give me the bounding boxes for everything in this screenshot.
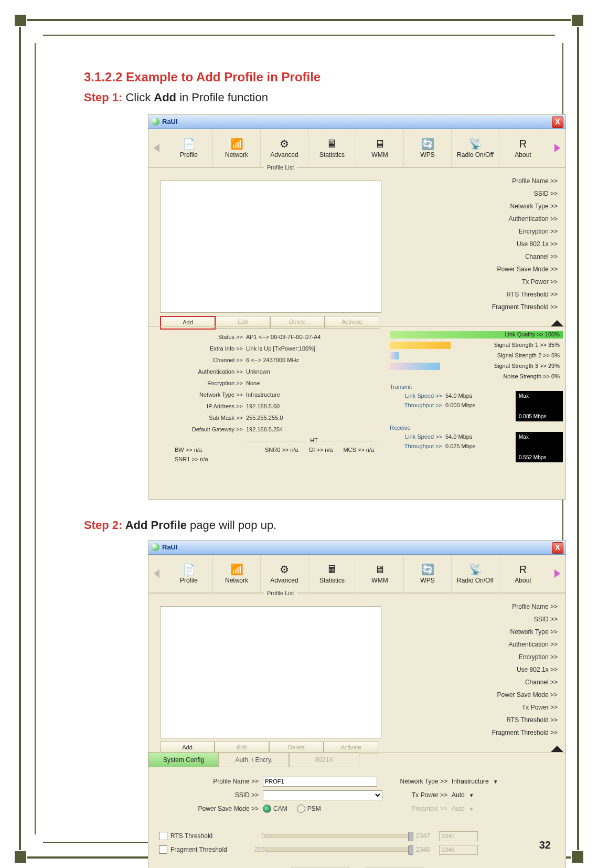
advanced-icon: ⚙ xyxy=(277,563,292,576)
tx-power-select[interactable]: Auto▼ xyxy=(452,791,517,799)
toolbar-network[interactable]: 📶Network xyxy=(213,129,261,167)
step2-bold: Add Profile xyxy=(122,518,187,532)
window-title: RaUI xyxy=(162,543,178,551)
app-icon xyxy=(152,543,159,551)
rts-min: 0 xyxy=(244,832,265,840)
toolbar-network[interactable]: 📶Network xyxy=(213,555,261,592)
status-row: Default Gateway >>192.168.5.254 xyxy=(154,424,379,435)
main-toolbar: 📄Profile📶Network⚙Advanced🖩Statistics🖥WMM… xyxy=(148,555,565,593)
profile-info-label: Encryption >> xyxy=(400,653,558,666)
tab-8021x[interactable]: 8021X xyxy=(289,753,359,767)
status-row: Extra Info >>Link is Up [TxPower:100%] xyxy=(154,343,379,354)
rts-value: 2347 xyxy=(439,831,478,841)
ssid-select[interactable] xyxy=(263,790,382,800)
fragment-slider[interactable] xyxy=(265,848,413,852)
fragment-checkbox[interactable] xyxy=(159,845,167,854)
tab-system-config[interactable]: System Config xyxy=(148,753,219,767)
toolbar-advanced[interactable]: ⚙Advanced xyxy=(261,555,308,592)
status-row: Sub Mask >>255.255.255.0 xyxy=(154,412,379,424)
toolbar-about[interactable]: RAbout xyxy=(499,555,547,592)
ssid-label: SSID >> xyxy=(159,791,263,799)
toolbar-radio-on-off[interactable]: 📡Radio On/Off xyxy=(452,129,499,167)
toolbar-about[interactable]: RAbout xyxy=(499,129,547,167)
toolbar-item-label: Profile xyxy=(180,577,198,584)
step2-line: Step 2: Add Profile page will pop up. xyxy=(84,518,276,532)
expand-up-icon[interactable] xyxy=(551,320,563,326)
toolbar-wps[interactable]: 🔄WPS xyxy=(404,555,452,592)
tab-auth-encry[interactable]: Auth. \ Encry. xyxy=(219,753,289,767)
toolbar-wps[interactable]: 🔄WPS xyxy=(404,129,452,167)
wmm-icon: 🖥 xyxy=(372,563,387,576)
profile-info-label: Network Type >> xyxy=(400,203,558,215)
toolbar-item-label: Advanced xyxy=(270,577,298,584)
toolbar-radio-on-off[interactable]: 📡Radio On/Off xyxy=(452,555,499,592)
toolbar-item-label: Statistics xyxy=(319,577,345,584)
wmm-icon: 🖥 xyxy=(372,137,387,150)
screenshot-step2: RaUI X 📄Profile📶Network⚙Advanced🖩Statist… xyxy=(148,540,566,868)
profile-info-label: Tx Power >> xyxy=(400,278,558,291)
profile-listbox[interactable] xyxy=(160,181,381,313)
profile-info-label: Profile Name >> xyxy=(400,177,558,190)
close-icon[interactable]: X xyxy=(552,117,563,128)
window-title: RaUI xyxy=(162,118,178,125)
profile-icon: 📄 xyxy=(181,563,196,576)
profile-info-label: Power Save Mode >> xyxy=(400,691,558,704)
toolbar-statistics[interactable]: 🖩Statistics xyxy=(308,555,356,592)
toolbar-statistics[interactable]: 🖩Statistics xyxy=(308,129,356,167)
toolbar-wmm[interactable]: 🖥WMM xyxy=(356,555,404,592)
fragment-label: Fragment Threshold xyxy=(170,846,244,853)
profile-info-label: RTS Threshold >> xyxy=(400,716,558,729)
toolbar-item-label: WMM xyxy=(371,151,388,158)
profile-name-input[interactable] xyxy=(263,777,377,787)
chevron-down-icon: ▼ xyxy=(469,806,474,812)
profile-listbox[interactable] xyxy=(160,606,381,738)
toolbar-advanced[interactable]: ⚙Advanced xyxy=(261,129,308,167)
rts-checkbox[interactable] xyxy=(159,832,167,840)
profile-info-label: Profile Name >> xyxy=(400,603,558,616)
fragment-min: 256 xyxy=(244,846,265,853)
window-titlebar: RaUI X xyxy=(148,541,565,555)
toolbar-item-label: About xyxy=(515,577,531,584)
close-icon[interactable]: X xyxy=(552,542,563,554)
step2-prefix: Step 2: xyxy=(84,518,122,532)
network-icon: 📶 xyxy=(229,563,244,576)
network-type-select[interactable]: Infrastructure▼ xyxy=(452,778,517,785)
profile-info-label: Authentication >> xyxy=(400,641,558,653)
rts-slider[interactable] xyxy=(265,834,413,838)
status-row: Encryption >>None xyxy=(154,377,379,389)
statistics-icon: 🖩 xyxy=(325,137,339,150)
step1-line: Step 1: Click Add in Profile function xyxy=(84,91,268,104)
status-row: Status >>AP1 <--> 00-03-7F-00-D7-A4 xyxy=(154,331,379,343)
signal-bar: Signal Strength 3 >> 29% xyxy=(390,363,563,370)
signal-bar: Link Quality >> 100% xyxy=(390,331,563,338)
about-icon: R xyxy=(516,563,530,576)
radio-cam[interactable] xyxy=(263,805,271,813)
app-icon xyxy=(152,118,159,125)
rts-label: RTS Threshold xyxy=(170,832,244,840)
profile-info-label: Fragment Threshold >> xyxy=(400,729,558,742)
nav-prev-icon[interactable] xyxy=(148,129,165,167)
profile-list-label: Profile List xyxy=(264,164,297,171)
screenshot-step1: RaUI X 📄Profile📶Network⚙Advanced🖩Statist… xyxy=(148,114,566,500)
signal-bar: Signal Strength 1 >> 35% xyxy=(390,342,563,349)
profile-info-label: Fragment Threshold >> xyxy=(400,303,558,316)
chevron-down-icon: ▼ xyxy=(493,779,498,785)
toolbar-wmm[interactable]: 🖥WMM xyxy=(356,129,404,167)
profile-info-label: Encryption >> xyxy=(400,228,558,240)
toolbar-profile[interactable]: 📄Profile xyxy=(165,129,213,167)
toolbar-item-label: Radio On/Off xyxy=(457,151,494,158)
nav-next-icon[interactable] xyxy=(549,129,565,167)
nav-next-icon[interactable] xyxy=(549,555,565,592)
radio-psm-label: PSM xyxy=(307,805,321,812)
toolbar-item-label: WPS xyxy=(420,151,434,158)
radio-psm[interactable] xyxy=(297,805,305,813)
toolbar-item-label: Network xyxy=(225,151,248,158)
page-number: 32 xyxy=(539,839,551,851)
step2-text: page will pop up. xyxy=(187,518,276,532)
nav-prev-icon[interactable] xyxy=(148,555,165,592)
radio-on-off-icon: 📡 xyxy=(468,137,483,150)
toolbar-profile[interactable]: 📄Profile xyxy=(165,555,213,592)
expand-up-icon[interactable] xyxy=(551,746,563,752)
profile-info-label: Use 802.1x >> xyxy=(400,666,558,679)
toolbar-item-label: Advanced xyxy=(270,151,298,158)
